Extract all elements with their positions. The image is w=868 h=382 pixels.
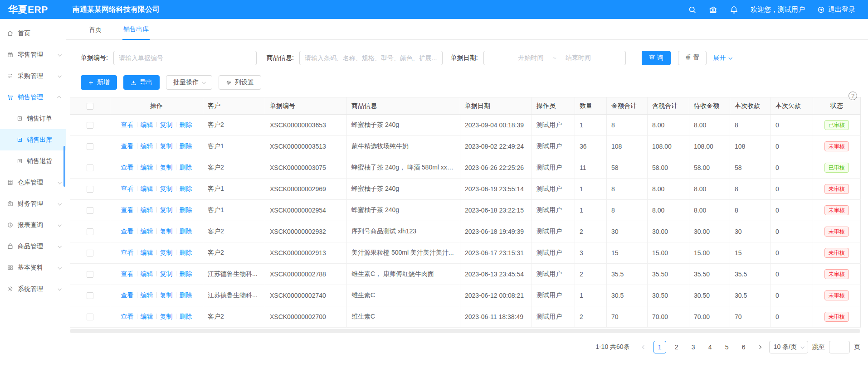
page-number-3[interactable]: 3 xyxy=(687,341,700,353)
action-divider xyxy=(176,143,176,149)
copy-link[interactable]: 复制 xyxy=(160,185,173,192)
status-badge: 未审核 xyxy=(824,269,849,279)
next-page-button[interactable] xyxy=(754,341,765,353)
copy-link[interactable]: 复制 xyxy=(160,249,173,256)
view-link[interactable]: 查看 xyxy=(121,249,134,256)
row-checkbox[interactable] xyxy=(87,250,93,256)
page-number-5[interactable]: 5 xyxy=(721,341,733,353)
delete-link[interactable]: 删除 xyxy=(180,206,192,213)
sidebar-item-sales-return[interactable]: 销售退货 xyxy=(0,150,66,172)
delete-link[interactable]: 删除 xyxy=(180,270,192,277)
material-info-input[interactable] xyxy=(299,51,443,65)
debt-cell: 0 xyxy=(771,179,813,200)
row-checkbox[interactable] xyxy=(87,186,93,193)
view-link[interactable]: 查看 xyxy=(121,121,134,128)
debt-cell: 0 xyxy=(771,136,813,157)
logout-button[interactable]: 退出登录 xyxy=(817,5,855,14)
copy-link[interactable]: 复制 xyxy=(160,291,173,299)
sidebar-item-system[interactable]: 系统管理 xyxy=(0,278,66,300)
sidebar-item-warehouse[interactable]: 仓库管理 xyxy=(0,172,66,193)
sidebar-item-sales-outbound[interactable]: 销售出库 xyxy=(0,129,66,150)
expand-filters-link[interactable]: 展开 xyxy=(713,54,731,62)
export-button[interactable]: 导出 xyxy=(123,75,160,90)
row-checkbox[interactable] xyxy=(87,207,93,214)
delete-link[interactable]: 删除 xyxy=(180,227,192,235)
page-size-select[interactable]: 10 条/页 xyxy=(769,341,808,353)
edit-link[interactable]: 编辑 xyxy=(141,313,153,320)
view-link[interactable]: 查看 xyxy=(121,185,134,192)
sidebar-item-retail[interactable]: 零售管理 xyxy=(0,44,66,65)
row-checkbox[interactable] xyxy=(87,143,93,150)
company-name: 南通某某网络科技有限公司 xyxy=(73,5,160,15)
view-link[interactable]: 查看 xyxy=(121,270,134,277)
edit-link[interactable]: 编辑 xyxy=(141,291,153,299)
edit-link[interactable]: 编辑 xyxy=(141,206,153,213)
page-number-2[interactable]: 2 xyxy=(670,341,683,353)
row-checkbox[interactable] xyxy=(87,228,93,235)
copy-link[interactable]: 复制 xyxy=(160,313,173,320)
view-link[interactable]: 查看 xyxy=(121,164,134,171)
edit-link[interactable]: 编辑 xyxy=(141,185,153,192)
sidebar-item-goods[interactable]: 商品管理 xyxy=(0,236,66,257)
tab-sales-outbound[interactable]: 销售出库 xyxy=(122,25,150,40)
reset-button[interactable]: 重 置 xyxy=(678,51,707,65)
copy-link[interactable]: 复制 xyxy=(160,206,173,213)
row-checkbox[interactable] xyxy=(87,314,93,320)
operator-cell: 测试用户 xyxy=(532,136,575,157)
row-checkbox[interactable] xyxy=(87,292,93,299)
delete-link[interactable]: 删除 xyxy=(180,249,192,256)
sidebar-item-home[interactable]: 首页 xyxy=(0,23,66,44)
tab-home[interactable]: 首页 xyxy=(88,26,102,39)
sidebar-item-sales-order[interactable]: 销售订单 xyxy=(0,108,66,129)
bill-no-input[interactable] xyxy=(113,51,257,65)
prev-page-button[interactable] xyxy=(639,341,649,353)
delete-link[interactable]: 删除 xyxy=(180,121,192,128)
select-all-checkbox[interactable] xyxy=(87,103,93,110)
copy-link[interactable]: 复制 xyxy=(160,121,173,128)
edit-link[interactable]: 编辑 xyxy=(141,142,153,150)
copy-link[interactable]: 复制 xyxy=(160,270,173,277)
sidebar-item-reports[interactable]: 报表查询 xyxy=(0,214,66,236)
add-button[interactable]: 新增 xyxy=(81,75,117,90)
edit-link[interactable]: 编辑 xyxy=(141,227,153,235)
date-cell: 2023-09-04 00:18:39 xyxy=(460,115,532,136)
column-settings-button[interactable]: 列设置 xyxy=(219,75,261,90)
view-link[interactable]: 查看 xyxy=(121,142,134,150)
row-checkbox[interactable] xyxy=(87,164,93,171)
edit-link[interactable]: 编辑 xyxy=(141,270,153,277)
sidebar-item-sales[interactable]: 销售管理 xyxy=(0,87,66,108)
copy-link[interactable]: 复制 xyxy=(160,142,173,150)
help-icon[interactable]: ? xyxy=(848,92,857,100)
row-checkbox[interactable] xyxy=(87,122,93,129)
sidebar-item-basedata[interactable]: 基本资料 xyxy=(0,257,66,278)
date-range-picker[interactable]: 开始时间 ~ 结束时间 xyxy=(483,51,626,65)
delete-link[interactable]: 删除 xyxy=(180,313,192,320)
view-link[interactable]: 查看 xyxy=(121,227,134,235)
edit-link[interactable]: 编辑 xyxy=(141,164,153,171)
sidebar-item-finance[interactable]: 财务管理 xyxy=(0,193,66,214)
sidebar-scrollbar-thumb[interactable] xyxy=(63,146,65,187)
row-checkbox[interactable] xyxy=(87,271,93,278)
page-number-4[interactable]: 4 xyxy=(704,341,717,353)
delete-link[interactable]: 删除 xyxy=(180,142,192,150)
copy-link[interactable]: 复制 xyxy=(160,227,173,235)
delete-link[interactable]: 删除 xyxy=(180,185,192,192)
notification-bell-icon[interactable] xyxy=(730,5,738,14)
search-icon[interactable] xyxy=(688,5,697,14)
view-link[interactable]: 查看 xyxy=(121,206,134,213)
delete-link[interactable]: 删除 xyxy=(180,164,192,171)
sidebar-item-purchase[interactable]: 采购管理 xyxy=(0,65,66,87)
jump-to-page-input[interactable] xyxy=(829,341,850,353)
page-number-1[interactable]: 1 xyxy=(653,341,666,353)
table-horizontal-scrollbar[interactable] xyxy=(70,329,860,333)
tenant-bank-icon[interactable] xyxy=(709,5,717,14)
view-link[interactable]: 查看 xyxy=(121,313,134,320)
copy-link[interactable]: 复制 xyxy=(160,164,173,171)
batch-operations-button[interactable]: 批量操作 xyxy=(166,75,212,90)
delete-link[interactable]: 删除 xyxy=(180,291,192,299)
edit-link[interactable]: 编辑 xyxy=(141,249,153,256)
edit-link[interactable]: 编辑 xyxy=(141,121,153,128)
page-number-6[interactable]: 6 xyxy=(737,341,750,353)
search-button[interactable]: 查 询 xyxy=(642,51,671,65)
view-link[interactable]: 查看 xyxy=(121,291,134,299)
